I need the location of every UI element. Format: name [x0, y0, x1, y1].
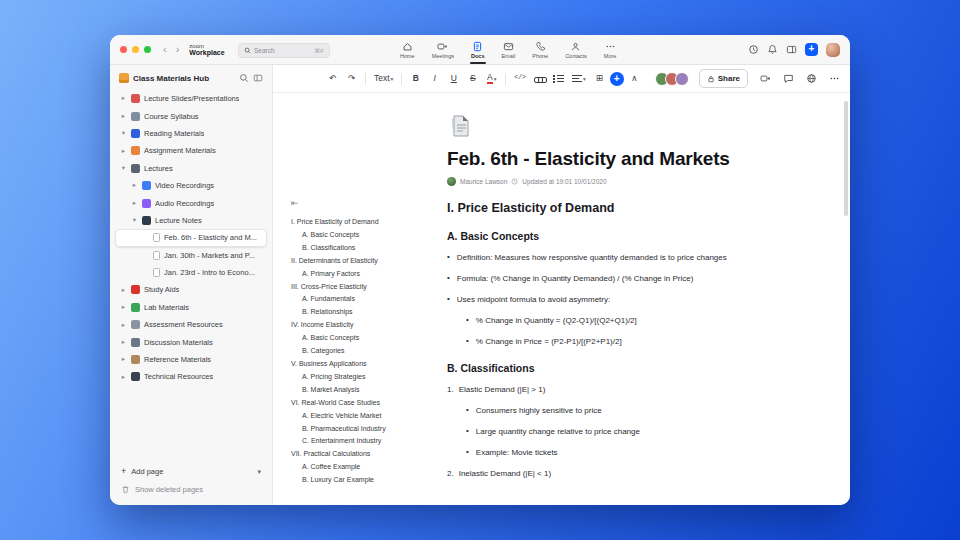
zoom-window-button[interactable]: [144, 46, 151, 53]
sidebar-item[interactable]: ▸Feb. 6th - Elasticity and M...: [115, 229, 267, 246]
doc-bullet-item[interactable]: •Example: Movie tickets: [447, 448, 822, 458]
sidebar-item[interactable]: ▸Jan. 23rd - Intro to Econo...: [115, 264, 267, 281]
nav-tab-email[interactable]: Email: [499, 35, 517, 64]
sidebar-item[interactable]: ▸Video Recordings: [115, 177, 267, 194]
toc-item[interactable]: II. Determinants of Elasticity: [291, 255, 425, 268]
panel-toggle-icon[interactable]: [786, 44, 797, 55]
code-icon[interactable]: </>: [511, 70, 529, 88]
sidebar-collapse-icon[interactable]: [253, 73, 263, 83]
chevron-down-icon[interactable]: ▾: [257, 468, 261, 476]
sidebar-item[interactable]: ▸Lab Materials: [115, 299, 267, 316]
sidebar-item[interactable]: ▸Audio Recordings: [115, 194, 267, 211]
clock-icon[interactable]: [748, 44, 759, 55]
toc-item[interactable]: III. Cross-Price Elasticity: [291, 281, 425, 294]
toc-item[interactable]: B. Relationships: [291, 306, 425, 319]
toc-item[interactable]: A. Basic Concepts: [291, 229, 425, 242]
toc-item[interactable]: A. Electric Vehicle Market: [291, 410, 425, 423]
doc-numbered-item[interactable]: 1.Elastic Demand (|E| > 1): [447, 385, 822, 395]
forward-icon[interactable]: ›: [176, 44, 180, 55]
nav-tab-meetings[interactable]: Meetings: [430, 35, 456, 64]
toc-item[interactable]: A. Primary Factors: [291, 268, 425, 281]
doc-numbered-item[interactable]: 2.Inelastic Demand (|E| < 1): [447, 469, 822, 479]
table-icon[interactable]: ⊞: [591, 70, 608, 88]
bulleted-list-icon[interactable]: [550, 70, 567, 88]
language-globe-icon[interactable]: [806, 73, 817, 84]
global-search-input[interactable]: Search ⌘F: [238, 43, 330, 58]
sidebar-search-icon[interactable]: [239, 73, 249, 83]
toc-item[interactable]: B. Luxury Car Example: [291, 474, 425, 487]
doc-title[interactable]: Feb. 6th - Elasticity and Markets: [447, 148, 822, 170]
sidebar-item[interactable]: ▸Reference Materials: [115, 351, 267, 368]
toc-item[interactable]: A. Basic Concepts: [291, 332, 425, 345]
toc-item[interactable]: B. Market Analysis: [291, 384, 425, 397]
doc-bullet-item[interactable]: •Large quantity change relative to price…: [447, 427, 822, 437]
chevron-down-icon[interactable]: ▾: [131, 217, 138, 224]
add-page-button[interactable]: + Add page ▾: [121, 467, 261, 476]
chevron-right-icon[interactable]: ▸: [120, 95, 127, 102]
chevron-right-icon[interactable]: ▸: [120, 304, 127, 311]
link-icon[interactable]: [531, 70, 548, 88]
underline-icon[interactable]: U: [445, 70, 462, 88]
comments-icon[interactable]: [783, 73, 794, 84]
author-avatar[interactable]: [447, 177, 456, 186]
show-deleted-pages-button[interactable]: Show deleted pages: [121, 485, 261, 494]
strikethrough-icon[interactable]: S: [464, 70, 481, 88]
video-camera-icon[interactable]: [760, 73, 771, 84]
chevron-right-icon[interactable]: ▸: [120, 374, 127, 381]
vertical-scrollbar[interactable]: [844, 101, 848, 216]
toc-item[interactable]: VII. Practical Calculations: [291, 448, 425, 461]
nav-tab-phone[interactable]: Phone: [530, 35, 550, 64]
toc-item[interactable]: V. Business Applications: [291, 358, 425, 371]
minimize-window-button[interactable]: [132, 46, 139, 53]
chevron-right-icon[interactable]: ▸: [120, 322, 127, 329]
chevron-right-icon[interactable]: ▸: [120, 339, 127, 346]
chevron-down-icon[interactable]: ▾: [120, 130, 127, 137]
toc-item[interactable]: A. Fundamentals: [291, 293, 425, 306]
chevron-down-icon[interactable]: ▾: [120, 165, 127, 172]
sidebar-item[interactable]: ▾Lectures: [115, 160, 267, 177]
sidebar-item[interactable]: ▾Lecture Notes: [115, 212, 267, 229]
toc-item[interactable]: VI. Real-World Case Studies: [291, 397, 425, 410]
sidebar-item[interactable]: ▸Discussion Materials: [115, 333, 267, 350]
toc-item[interactable]: IV. Income Elasticity: [291, 319, 425, 332]
nav-tab-contacts[interactable]: Contacts: [563, 35, 589, 64]
doc-subheading[interactable]: A. Basic Concepts: [447, 230, 822, 242]
chevron-right-icon[interactable]: ▸: [120, 356, 127, 363]
sidebar-item[interactable]: ▸Study Aids: [115, 281, 267, 298]
bold-icon[interactable]: B: [407, 70, 424, 88]
chevron-right-icon[interactable]: ▸: [120, 287, 127, 294]
user-avatar[interactable]: [826, 43, 840, 57]
nav-tab-home[interactable]: Home: [398, 35, 417, 64]
nav-tab-more[interactable]: More: [602, 35, 619, 64]
document-canvas[interactable]: Feb. 6th - Elasticity and Markets Mauric…: [431, 93, 850, 505]
doc-subheading[interactable]: B. Classifications: [447, 362, 822, 374]
sidebar-item[interactable]: ▸Jan. 30th - Markets and P...: [115, 247, 267, 264]
toc-item[interactable]: B. Classifications: [291, 242, 425, 255]
italic-icon[interactable]: I: [426, 70, 443, 88]
toc-item[interactable]: B. Categories: [291, 345, 425, 358]
new-item-plus-button[interactable]: +: [805, 43, 818, 56]
sidebar-item[interactable]: ▸Assessment Resources: [115, 316, 267, 333]
sidebar-item[interactable]: ▾Reading Materials: [115, 125, 267, 142]
text-style-dropdown[interactable]: Text▾: [371, 70, 396, 88]
collaborator-avatar[interactable]: [675, 72, 689, 86]
toc-item[interactable]: C. Entertainment Industry: [291, 435, 425, 448]
nav-tab-docs[interactable]: Docs: [469, 35, 486, 64]
sidebar-item[interactable]: ▸Course Syllabus: [115, 107, 267, 124]
more-options-icon[interactable]: [829, 73, 840, 84]
collapse-toolbar-icon[interactable]: ∧: [626, 70, 643, 88]
doc-bullet-item[interactable]: •Uses midpoint formula to avoid asymmetr…: [447, 295, 822, 305]
redo-icon[interactable]: ↷: [343, 70, 360, 88]
toc-item[interactable]: I. Price Elasticity of Demand: [291, 216, 425, 229]
toc-item[interactable]: A. Coffee Example: [291, 461, 425, 474]
doc-bullet-item[interactable]: •Consumers highly sensitive to price: [447, 406, 822, 416]
collapse-outline-icon[interactable]: ⇤: [291, 199, 425, 208]
chevron-right-icon[interactable]: ▸: [131, 200, 138, 207]
close-window-button[interactable]: [120, 46, 127, 53]
sidebar-item[interactable]: ▸Technical Resources: [115, 368, 267, 385]
undo-icon[interactable]: ↶: [324, 70, 341, 88]
text-color-icon[interactable]: A▾: [483, 70, 500, 88]
chevron-right-icon[interactable]: ▸: [120, 148, 127, 155]
notifications-bell-icon[interactable]: [767, 44, 778, 55]
toc-item[interactable]: A. Pricing Strategies: [291, 371, 425, 384]
